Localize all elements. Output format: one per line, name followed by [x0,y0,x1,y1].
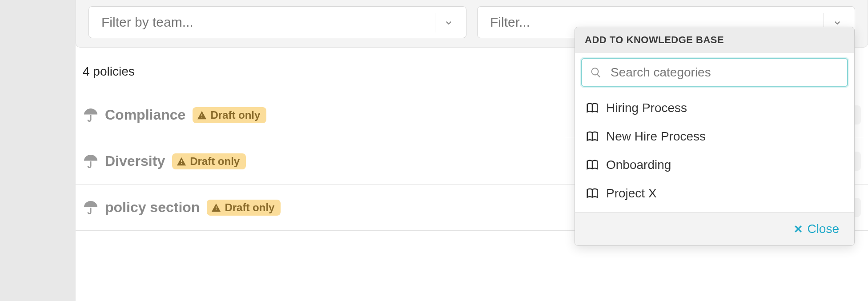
search-categories-input-wrap[interactable] [581,58,848,87]
umbrella-icon [83,200,99,216]
draft-badge-label: Draft only [210,109,260,121]
warning-icon [177,157,186,166]
main-content: Filter by team... Filter... 4 policies C… [76,0,868,301]
umbrella-icon [83,107,99,123]
add-to-kb-popover: ADD TO KNOWLEDGE BASE Hiring ProcessNew … [575,27,855,246]
draft-only-badge: Draft only [172,153,246,169]
category-label: Project X [606,186,657,201]
chevron-down-icon [445,19,453,27]
book-icon [586,101,599,115]
policy-title: Compliance [105,107,185,123]
warning-icon [197,110,207,120]
close-button[interactable]: Close [791,221,842,237]
draft-badge-label: Draft only [190,155,240,168]
filter-by-team-select[interactable]: Filter by team... [88,6,466,38]
category-item[interactable]: Onboarding [575,151,854,179]
category-item[interactable]: Project X [575,179,854,208]
draft-only-badge: Draft only [193,107,266,123]
popover-footer: Close [575,212,854,245]
category-label: Hiring Process [606,101,687,115]
category-item[interactable]: Hiring Process [575,94,854,122]
policy-title: policy section [105,199,200,216]
filter-team-placeholder: Filter by team... [101,15,193,30]
policy-title: Diversity [105,153,165,169]
category-label: New Hire Process [606,129,706,144]
search-categories-input[interactable] [610,65,839,80]
category-list: Hiring ProcessNew Hire ProcessOnboarding… [575,91,854,212]
warning-icon [211,203,221,213]
category-label: Onboarding [606,158,671,172]
filter-generic-placeholder: Filter... [490,15,530,30]
close-icon [794,225,803,233]
draft-badge-label: Draft only [225,201,274,214]
close-button-label: Close [807,222,839,236]
umbrella-icon [83,153,99,169]
book-icon [586,130,599,143]
book-icon [586,158,599,172]
popover-title: ADD TO KNOWLEDGE BASE [575,27,854,53]
page-root: Filter by team... Filter... 4 policies C… [0,0,868,301]
category-item[interactable]: New Hire Process [575,122,854,151]
chevron-down-icon [833,19,841,27]
popover-search-wrap [575,53,854,91]
draft-only-badge: Draft only [207,200,281,216]
search-icon [590,67,602,78]
filter-team-chevron-zone[interactable] [435,13,462,32]
book-icon [586,187,599,200]
